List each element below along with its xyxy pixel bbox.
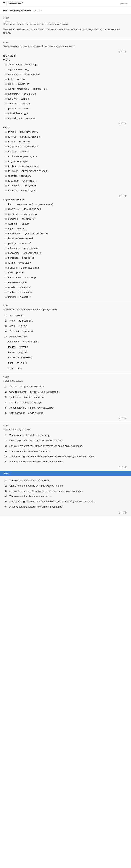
list-item: 1thin air — разреженный воздух; (3, 384, 128, 389)
list-item: 4Pleasant — приятный. (3, 329, 128, 334)
list-item: truth — истина (3, 77, 128, 82)
step2-label: 2 шаг (3, 41, 128, 44)
step4-watermark: gdz.top (119, 417, 127, 420)
answer-list: 1There was the thin air in a monastery. … (3, 478, 128, 509)
step4-list: 1thin air — разреженный воздух; 2witty c… (3, 384, 128, 416)
nouns-list: a monastery — монастырь a glance — взгля… (3, 62, 128, 121)
list-item: barbarian — варварский (3, 255, 128, 260)
list-item: 1There was the thin air in a monastery. (3, 433, 128, 438)
answer-watermark: gdz.top (119, 511, 127, 514)
list-item: doubt — сомнение (3, 82, 128, 87)
header-watermark: gdz.top (120, 2, 128, 5)
list-item: tight — плотный; (3, 360, 128, 366)
list-item: politely — вежливый (3, 241, 128, 246)
step2-box: 2 шаг Ознакомьтесь со списком полезной л… (0, 39, 131, 302)
list-item: wholly — полностью (3, 285, 128, 290)
list-item: a monastery — монастырь (3, 62, 128, 67)
answer-bar: Ответ (0, 471, 131, 476)
list-item: 3Smile — улыбка. (3, 323, 128, 329)
list-item: 4There was a fine view from the window. (3, 448, 128, 454)
list-item: an undertone — оттенок (3, 116, 128, 121)
list-item: a glance — взгляд (3, 67, 128, 72)
step2-watermark: gdz.top (119, 50, 127, 53)
exercise-title: Упражнение 5 (3, 2, 23, 5)
step1-label: 1 шаг (3, 17, 128, 19)
answer-label: Ответ (3, 472, 10, 475)
list-item: concerned — обеспокоенный (3, 251, 128, 255)
list-item: an attitude — отношение (3, 92, 128, 96)
list-item: 2Witty — остроумный. (3, 318, 128, 323)
step3-label: 3 шаг (3, 304, 128, 307)
list-item: 2witty comments — остроумные комментарии… (3, 389, 128, 395)
list-item: an effort — усилие (3, 96, 128, 101)
list-item: uneasiness — беспокойство (3, 72, 128, 77)
step4-box: 4 шаг Соедините слова. 1thin air — разре… (0, 374, 131, 422)
list-item: to suffer — страдать (3, 174, 128, 178)
list-item: a facility — средство (3, 101, 128, 106)
list-item: to apologise — извиниться (3, 144, 128, 149)
step4-label: 4 шаг (3, 376, 128, 378)
step2-description: Ознакомьтесь со списком полезной лексики… (3, 44, 128, 48)
step3-list: 1Air — воздух. 2Witty — остроумный. 3Smi… (3, 313, 128, 371)
list-item: to hood — накинуть капюшон (3, 134, 128, 139)
list-item: dream-like — похожий на сон (3, 207, 128, 212)
verbs-title: Verbs (3, 126, 128, 129)
list-item: 2One of the team constantly made witty c… (3, 483, 128, 489)
list-item: view — вид. (3, 366, 128, 371)
list-item: 3tight smile — натянутая улыбка; (3, 395, 128, 400)
step5-description: Составьте предложения. (3, 428, 128, 431)
list-item: to chuckle — усмехнуться (3, 154, 128, 159)
list-item: to lead — привести (3, 139, 128, 144)
list-item: native — родной; (3, 350, 128, 355)
list-item: willing — желающий (3, 260, 128, 265)
list-item: to stick — придерживаться (3, 164, 128, 168)
list-item: spacious — просторный (3, 217, 128, 221)
step4-description: Соедините слова. (3, 379, 128, 383)
list-item: honoured — почётный (3, 236, 128, 241)
list-item: an accommodation — размещение (3, 87, 128, 91)
step1-instruction: Прочитайте задание и подумайте, что нам … (3, 22, 128, 26)
step1-watermark: gdz.top (3, 20, 128, 22)
nouns-title: Nouns (3, 59, 128, 61)
list-item: native — родной (3, 280, 128, 285)
list-item: to gasp — ахнуть (3, 159, 128, 164)
page-header: Упражнение 5 gdz.top (0, 0, 131, 7)
step2-watermark3: gdz.top (119, 194, 127, 197)
list-item: unaware — неосознанный (3, 212, 128, 217)
list-item: to combine — объединить (3, 183, 128, 188)
list-item: 5In the evening, the character experienc… (3, 454, 128, 459)
list-item: 4There was a fine view from the window. (3, 494, 128, 499)
list-item: 5pleasant feeling — приятное ощущение; (3, 405, 128, 410)
list-item: 5In the evening, the character experienc… (3, 499, 128, 504)
list-item: subtle — утончённый (3, 290, 128, 294)
list-item: to exclaim — воскликнуть (3, 178, 128, 183)
step5-box: 5 шаг Составьте предложения. 1There was … (0, 422, 131, 470)
list-item: a nostril — ноздря (3, 111, 128, 116)
list-item: 2One of the team constantly made witty c… (3, 438, 128, 443)
list-item: 5Servant — слуга. (3, 334, 128, 339)
adj-title: Adjectives/adverbs (3, 198, 128, 201)
list-item: pottery — керамика (3, 106, 128, 111)
list-item: 4fine view — прекрасный вид; (3, 400, 128, 405)
list-item: to struck — нанести удар (3, 188, 128, 193)
step5-watermark: gdz.top (119, 465, 127, 468)
list-item: comments — комментарии; (3, 339, 128, 344)
answer-box: 1There was the thin air in a monastery. … (0, 476, 131, 516)
solution-header-block: Подробное решение gdz.top (0, 7, 131, 14)
verbs-list: to greet — приветствовать to hood — наки… (3, 129, 128, 193)
list-item: satisfactory — удовлетворительный (3, 231, 128, 236)
list-item: thin — разреженный; (3, 355, 128, 360)
list-item: tight — плотный (3, 226, 128, 231)
step2-watermark2: gdz.top (119, 122, 127, 124)
list-item: afterwards — впоследствии (3, 246, 128, 251)
list-item: 1Air — воздух. (3, 313, 128, 318)
step3-description: Прочитайте данные нам слова и переведите… (3, 308, 128, 311)
solution-header: Подробное решение gdz.top (3, 9, 128, 12)
step5-list: 1There was the thin air in a monastery. … (3, 433, 128, 464)
list-item: for instance — например (3, 275, 128, 280)
list-item: feeling — чувство; (3, 344, 128, 350)
list-item: to reply — ответить (3, 149, 128, 154)
list-item: 3At first, there were tight smiles on th… (3, 489, 128, 494)
step1-description: Нам нужно соединить слова в словосочетан… (3, 28, 128, 35)
list-item: warmed — тёплый (3, 221, 128, 226)
